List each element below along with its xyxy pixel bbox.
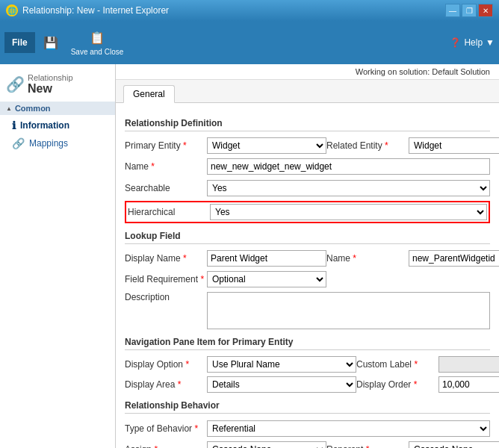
hierarchical-select[interactable]: Yes [210, 204, 487, 220]
type-of-behavior-select[interactable]: Referential [207, 420, 490, 437]
reparent-label: Reparent * [326, 444, 409, 448]
display-order-label: Display Order * [356, 379, 438, 390]
field-requirement-select-container: Optional [207, 271, 490, 287]
display-name-input[interactable] [207, 250, 326, 267]
save-close-button[interactable]: 📋 Save and Close [66, 24, 128, 61]
custom-label-label: Custom Label * [356, 359, 438, 370]
information-icon: ℹ [12, 119, 16, 131]
tab-general[interactable]: General [123, 85, 175, 103]
reparent-required-marker: * [366, 444, 370, 448]
reparent-field: Reparent * Cascade None [326, 441, 499, 448]
sidebar-record-name: New [28, 82, 73, 96]
assign-label: Assign * [125, 444, 207, 448]
lookup-name-input[interactable] [409, 250, 499, 267]
display-option-select-container: Use Plural Name [207, 356, 356, 373]
lookup-name-required-marker: * [353, 253, 356, 264]
assign-reparent-row: Assign * Cascade None Reparent * [125, 441, 490, 448]
title-bar: 🌐 Relationship: New - Internet Explorer … [0, 0, 499, 21]
sidebar-section-common: ▲ Common [0, 102, 115, 115]
title-bar-controls: — ❐ ✕ [445, 4, 493, 17]
assign-select[interactable]: Cascade None [207, 441, 326, 448]
custom-label-field: Custom Label * [356, 356, 499, 373]
related-entity-select-container: Widget [409, 137, 499, 154]
reparent-select-container: Cascade None [409, 441, 499, 448]
field-requirement-row: Field Requirement * Optional [125, 270, 490, 288]
name-input-container [207, 158, 490, 175]
help-icon: ❓ [450, 37, 461, 48]
display-order-field: Display Order * [356, 376, 499, 393]
lookup-name-label: Name * [326, 253, 409, 264]
hierarchical-row: Hierarchical Yes [125, 201, 490, 223]
custom-label-input [438, 356, 499, 373]
browser-icon: 🌐 [6, 4, 18, 16]
sidebar-entity-info: Relationship New [28, 73, 73, 96]
display-order-input[interactable] [438, 376, 499, 393]
relationship-behavior-header: Relationship Behavior [125, 400, 490, 414]
custom-label-input-container [438, 356, 499, 373]
field-requirement-select[interactable]: Optional [207, 271, 326, 287]
display-area-label: Display Area * [125, 379, 207, 390]
form-content: Relationship Definition Primary Entity *… [116, 103, 499, 448]
sidebar: 🔗 Relationship New ▲ Common ℹ Informatio… [0, 64, 116, 448]
file-button[interactable]: File [4, 32, 35, 53]
assign-select-container: Cascade None [207, 441, 326, 448]
help-chevron-icon: ▼ [486, 37, 495, 48]
name-row: Name * [125, 158, 490, 175]
description-row: Description [125, 292, 490, 329]
entity-icon: 🔗 [6, 75, 25, 93]
related-entity-label: Related Entity * [326, 140, 409, 151]
name-input[interactable] [207, 158, 490, 175]
minimize-button[interactable]: — [445, 4, 460, 17]
type-of-behavior-label: Type of Behavior * [125, 423, 207, 434]
relationship-definition-header: Relationship Definition [125, 118, 490, 131]
mappings-icon: 🔗 [12, 137, 25, 149]
display-area-field: Display Area * Details [125, 376, 356, 393]
sidebar-item-mappings-label: Mappings [29, 138, 68, 149]
display-area-select[interactable]: Details [207, 376, 356, 393]
custom-label-required-marker: * [414, 359, 418, 370]
display-order-required-marker: * [414, 379, 418, 390]
primary-entity-select[interactable]: Widget [207, 137, 326, 154]
display-option-select[interactable]: Use Plural Name [207, 356, 356, 373]
hierarchical-select-container: Yes [210, 204, 487, 220]
lookup-field-header: Lookup Field [125, 231, 490, 244]
content-area: Working on solution: Default Solution Ge… [116, 64, 499, 448]
description-label: Description [125, 292, 207, 302]
description-textarea[interactable] [207, 292, 490, 329]
lookup-name-field: Name * [326, 250, 499, 267]
primary-entity-field: Primary Entity * Widget [125, 137, 326, 154]
assign-required-marker: * [154, 444, 158, 448]
field-req-required-marker: * [200, 274, 204, 284]
display-name-field: Display Name * [125, 250, 326, 267]
lookup-name-input-container [409, 250, 499, 267]
primary-required-marker: * [183, 140, 187, 151]
triangle-icon: ▲ [6, 105, 12, 112]
main-container: 🔗 Relationship New ▲ Common ℹ Informatio… [0, 64, 499, 448]
searchable-select-container: Yes [207, 180, 490, 196]
display-order-input-container [438, 376, 499, 393]
searchable-select[interactable]: Yes [207, 180, 490, 196]
display-option-required-marker: * [185, 359, 189, 370]
sidebar-item-information[interactable]: ℹ Information [0, 116, 115, 134]
name-label: Name * [125, 161, 207, 172]
help-button[interactable]: ❓ Help ▼ [450, 24, 495, 61]
working-on-text: Working on solution: Default Solution [116, 64, 499, 80]
close-window-button[interactable]: ✕ [478, 4, 493, 17]
title-bar-left: 🌐 Relationship: New - Internet Explorer [6, 4, 169, 16]
display-name-required-marker: * [183, 253, 187, 264]
restore-button[interactable]: ❐ [462, 4, 477, 17]
sidebar-header: 🔗 Relationship New [0, 70, 115, 97]
description-textarea-container [207, 292, 490, 329]
display-area-required-marker: * [178, 379, 182, 390]
display-area-select-container: Details [207, 376, 356, 393]
navigation-pane-header: Navigation Pane Item for Primary Entity [125, 337, 490, 350]
related-entity-select[interactable]: Widget [409, 137, 499, 154]
display-name-input-container [207, 250, 326, 267]
assign-field: Assign * Cascade None [125, 441, 326, 448]
display-option-row: Display Option * Use Plural Name Custom … [125, 356, 490, 373]
reparent-select[interactable]: Cascade None [409, 441, 499, 448]
display-name-label: Display Name * [125, 253, 207, 264]
sidebar-item-mappings[interactable]: 🔗 Mappings [0, 134, 115, 152]
display-option-label: Display Option * [125, 359, 207, 370]
primary-related-entity-row: Primary Entity * Widget Related Entity * [125, 137, 490, 154]
